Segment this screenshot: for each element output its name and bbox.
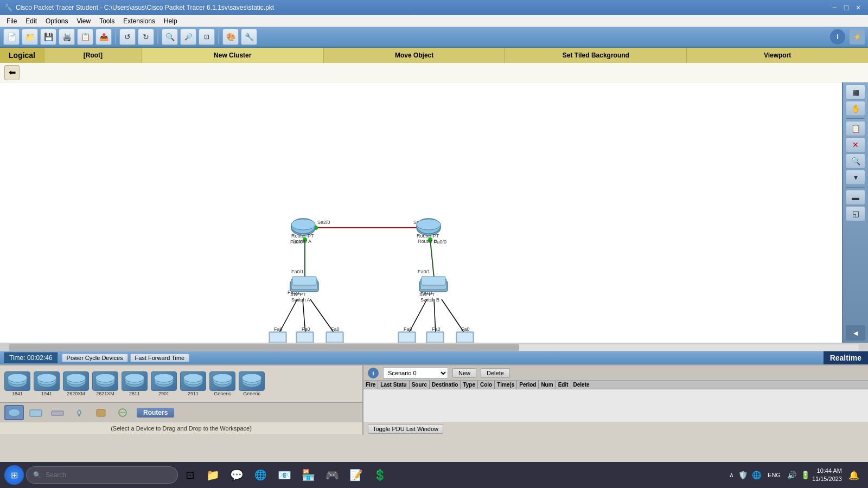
- taskbar-app-word[interactable]: 📝: [345, 464, 367, 486]
- logical-title: Logical: [9, 51, 35, 60]
- taskbar-app-email[interactable]: 📧: [273, 464, 295, 486]
- routers-category-label[interactable]: Routers: [137, 408, 174, 418]
- menu-extensions[interactable]: Extensions: [119, 16, 159, 26]
- category-security-icon[interactable]: [91, 405, 111, 420]
- power-cycle-button[interactable]: Power Cycle Devices: [62, 354, 128, 362]
- minimize-button[interactable]: −: [829, 2, 840, 13]
- router-b[interactable]: Router-PT Router B: [417, 219, 441, 244]
- router-type-2621xm[interactable]: 2621XM: [92, 371, 118, 396]
- close-button[interactable]: ×: [853, 2, 864, 13]
- category-switch-icon[interactable]: [26, 405, 46, 420]
- taskbar-app-edge[interactable]: 🌐: [250, 464, 271, 486]
- router-type-2901[interactable]: 2901: [151, 371, 177, 396]
- clock-date: 11/15/2023: [812, 475, 842, 483]
- pc1[interactable]: PC-PT PC1: [295, 332, 314, 343]
- notification-button[interactable]: 🔔: [844, 465, 864, 485]
- category-wan-icon[interactable]: [113, 405, 132, 420]
- custom-tool-button[interactable]: ◱: [846, 206, 865, 221]
- taskview-button[interactable]: ⊡: [180, 465, 200, 485]
- save-button[interactable]: 💾: [40, 29, 56, 45]
- router-type-2811[interactable]: 2811: [122, 371, 148, 396]
- taskbar-app-cisco[interactable]: 🎮: [321, 464, 343, 486]
- redo-button[interactable]: ↻: [138, 29, 154, 45]
- zoom-fit-button[interactable]: ⊡: [199, 29, 215, 45]
- back-button[interactable]: ⬅: [4, 65, 20, 80]
- menu-tools[interactable]: Tools: [95, 16, 119, 26]
- shape-tool-button[interactable]: ▬: [846, 190, 865, 205]
- viewport-btn[interactable]: Viewport: [687, 48, 868, 63]
- category-router-icon[interactable]: [4, 405, 24, 420]
- svg-rect-65: [52, 411, 63, 415]
- router-type-generic2[interactable]: Generic: [239, 371, 265, 396]
- collapse-right-button[interactable]: ◀: [846, 325, 865, 341]
- fast-forward-button[interactable]: Fast Forward Time: [130, 354, 190, 362]
- svg-point-59: [213, 374, 232, 382]
- start-button[interactable]: ⊞: [4, 465, 24, 485]
- taskbar-app-chat[interactable]: 💬: [226, 464, 247, 486]
- export-button[interactable]: 📤: [95, 29, 112, 45]
- dropdown-tool-button[interactable]: ▾: [846, 170, 865, 185]
- svg-rect-33: [457, 333, 473, 342]
- tray-speaker-icon[interactable]: 🔊: [787, 471, 796, 479]
- router-a[interactable]: Router-PT Router A: [291, 219, 315, 244]
- move-object-btn[interactable]: Move Object: [324, 48, 506, 63]
- category-hub-icon[interactable]: [48, 405, 67, 420]
- search-bar[interactable]: 🔍: [26, 466, 178, 484]
- zoom-tool-button[interactable]: 🔍: [846, 153, 865, 169]
- taskbar-app-dollar[interactable]: 💲: [369, 464, 391, 486]
- menu-edit[interactable]: Edit: [21, 16, 41, 26]
- router-type-2620xm[interactable]: 2620XM: [63, 371, 89, 396]
- hand-tool-button[interactable]: ✋: [846, 101, 865, 116]
- col-delete: Delete: [571, 381, 592, 389]
- search-input[interactable]: [46, 471, 165, 479]
- router-type-2911[interactable]: 2911: [180, 371, 206, 396]
- router-type-generic1[interactable]: Generic: [209, 371, 235, 396]
- taskbar-app-store[interactable]: 🏪: [297, 464, 319, 486]
- language-label[interactable]: ENG: [765, 472, 783, 478]
- tray-network-icon[interactable]: 🌐: [752, 471, 761, 479]
- switch-a[interactable]: SW-PT Switch A: [290, 277, 318, 303]
- undo-button[interactable]: ↺: [119, 29, 136, 45]
- menu-view[interactable]: View: [72, 16, 95, 26]
- copy-button[interactable]: 📋: [77, 29, 93, 45]
- tray-expand-icon[interactable]: ∧: [729, 471, 734, 479]
- menu-file[interactable]: File: [2, 16, 21, 26]
- router-type-1941[interactable]: 1941: [34, 371, 60, 396]
- router-type-2811-label: 2811: [129, 391, 140, 396]
- menu-options[interactable]: Options: [41, 16, 72, 26]
- svg-rect-8: [292, 277, 316, 285]
- logical-root-btn[interactable]: [Root]: [44, 48, 142, 63]
- print-button[interactable]: 🖨️: [59, 29, 75, 45]
- router-type-1841[interactable]: 1841: [4, 371, 30, 396]
- pc0[interactable]: PC-PT PC0: [268, 332, 286, 343]
- new-cluster-btn[interactable]: New Cluster: [142, 48, 324, 63]
- delete-tool-button[interactable]: ✕: [846, 137, 865, 152]
- toggle-pdu-button[interactable]: Toggle PDU List Window: [368, 424, 443, 434]
- taskbar-app-explorer[interactable]: 📁: [202, 464, 224, 486]
- zoom-in-button[interactable]: 🔍: [162, 29, 178, 45]
- new-file-button[interactable]: 📄: [3, 29, 20, 45]
- palette-button[interactable]: 🎨: [222, 29, 239, 45]
- scenario-delete-button[interactable]: Delete: [481, 368, 510, 378]
- scenario-select[interactable]: Scenario 0: [383, 368, 448, 378]
- pc5[interactable]: PC-PT PC5: [455, 332, 474, 343]
- note-tool-button[interactable]: 📋: [846, 121, 865, 136]
- expert-button[interactable]: ⚡: [850, 29, 865, 44]
- set-tiled-btn[interactable]: Set Tiled Background: [505, 48, 687, 63]
- open-button[interactable]: 📁: [22, 29, 38, 45]
- menu-help[interactable]: Help: [159, 16, 182, 26]
- clock[interactable]: 10:44 AM 11/15/2023: [812, 467, 842, 484]
- inspect-button[interactable]: 🔧: [241, 29, 257, 45]
- pc3[interactable]: PC-PT PC3: [397, 332, 416, 343]
- scenario-new-button[interactable]: New: [452, 368, 476, 378]
- maximize-button[interactable]: □: [841, 2, 852, 13]
- pc4[interactable]: PC-PT PC4: [425, 332, 444, 343]
- switch-b[interactable]: SW-PT Switch B: [419, 277, 448, 303]
- horizontal-scrollbar[interactable]: [0, 343, 868, 351]
- titlebar: 🔧 Cisco Packet Tracer Student - C:\Users…: [0, 0, 868, 15]
- zoom-out-button[interactable]: 🔎: [180, 29, 196, 45]
- grid-tool-button[interactable]: ▦: [846, 85, 865, 100]
- info-button[interactable]: i: [830, 29, 845, 44]
- category-wireless-icon[interactable]: [69, 405, 89, 420]
- pc2[interactable]: PC-PT PC2: [325, 332, 343, 343]
